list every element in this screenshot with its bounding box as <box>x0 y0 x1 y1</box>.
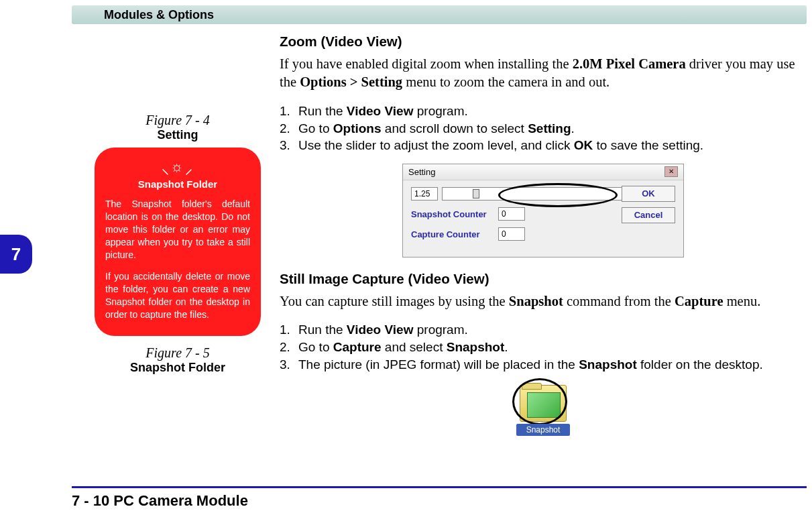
text: and scroll down to select <box>382 121 528 135</box>
text: folder on the desktop. <box>637 357 763 371</box>
figure-caption: Setting <box>87 128 268 142</box>
zoom-intro: If you have enabled digital zoom when in… <box>280 55 807 92</box>
text: . <box>504 340 508 354</box>
text: to save the setting. <box>593 138 703 152</box>
slider-thumb[interactable] <box>473 189 479 198</box>
zoom-heading: Zoom (Video View) <box>280 32 807 51</box>
snapshot-folder-icon: Snapshot <box>516 382 570 436</box>
text-bold: Options > Setting <box>300 74 402 89</box>
snapshot-counter-label: Snapshot Counter <box>411 209 498 221</box>
dialog-titlebar: Setting ✕ <box>403 164 683 181</box>
close-button[interactable]: ✕ <box>664 166 678 177</box>
dialog-title: Setting <box>408 166 664 178</box>
text: Go to <box>298 121 333 135</box>
warning-paragraph-2: If you accidentally delete or move the f… <box>105 270 250 321</box>
section-header: Modules & Options <box>72 5 807 24</box>
figure-label: Figure 7 - 4 <box>87 113 268 128</box>
side-column: Figure 7 - 4 Setting ⸜☼⸝ Snapshot Folder… <box>87 113 268 380</box>
figure-7-5-caption: Figure 7 - 5 Snapshot Folder <box>87 345 268 375</box>
folder-label: Snapshot <box>516 424 570 436</box>
figure-7-4-caption: Figure 7 - 4 Setting <box>87 113 268 142</box>
text: The picture (in JPEG format) will be pla… <box>298 357 579 371</box>
text-bold: OK <box>574 138 593 152</box>
zoom-value[interactable]: 1.25 <box>411 187 438 201</box>
text-bold: 2.0M Pixel Camera <box>573 56 686 71</box>
list-item: 2.Go to Options and scroll down to selec… <box>280 120 807 137</box>
text-bold: Video View <box>347 323 414 337</box>
main-content: Zoom (Video View) If you have enabled di… <box>280 32 807 436</box>
still-intro: You can capture still images by using th… <box>280 292 807 311</box>
text: Run the <box>298 104 347 118</box>
snapshot-counter-value[interactable]: 0 <box>498 207 525 221</box>
zoom-steps: 1.Run the Video View program. 2.Go to Op… <box>280 103 807 154</box>
text: Run the <box>298 323 347 337</box>
text-bold: Options <box>333 121 382 135</box>
still-heading: Still Image Capture (Video View) <box>280 270 807 288</box>
text-bold: Capture <box>333 340 382 354</box>
text-bold: Snapshot <box>579 357 637 371</box>
text: . <box>571 121 575 135</box>
text: and select <box>382 340 447 354</box>
text: Use the slider to adjust the zoom level,… <box>298 138 574 152</box>
text: command from the <box>563 294 675 308</box>
figure-caption: Snapshot Folder <box>87 361 268 375</box>
alert-icon: ⸜☼⸝ <box>105 160 250 174</box>
list-item: 2.Go to Capture and select Snapshot. <box>280 339 807 356</box>
header-title: Modules & Options <box>104 8 214 22</box>
ok-button[interactable]: OK <box>622 186 675 202</box>
warning-title: Snapshot Folder <box>105 178 250 190</box>
footer-text: 7 - 10 PC Camera Module <box>72 492 248 510</box>
warning-box: ⸜☼⸝ Snapshot Folder The Snapshot folder'… <box>95 148 261 336</box>
list-item: 3.Use the slider to adjust the zoom leve… <box>280 137 807 154</box>
text-bold: Snapshot <box>447 340 505 354</box>
text-bold: Setting <box>528 121 571 135</box>
still-steps: 1.Run the Video View program. 2.Go to Ca… <box>280 321 807 373</box>
text-bold: Snapshot <box>509 294 563 308</box>
text: If you have enabled digital zoom when in… <box>280 56 573 71</box>
text-bold: Capture <box>675 294 723 308</box>
list-item: 1.Run the Video View program. <box>280 103 807 120</box>
text-bold: Video View <box>347 104 414 118</box>
text: menu. <box>723 294 761 308</box>
capture-counter-value[interactable]: 0 <box>498 227 525 241</box>
cancel-button[interactable]: Cancel <box>622 207 675 223</box>
capture-counter-label: Capture Counter <box>411 229 498 241</box>
chapter-tab: 7 <box>0 235 32 274</box>
text: Go to <box>298 340 333 354</box>
text: You can capture still images by using th… <box>280 294 509 308</box>
list-item: 1.Run the Video View program. <box>280 321 807 339</box>
setting-dialog: Setting ✕ 1.25 Snapshot Counter 0 Captur… <box>402 164 684 258</box>
chapter-number: 7 <box>11 244 21 265</box>
text: program. <box>413 323 467 337</box>
text: program. <box>413 104 467 118</box>
warning-paragraph-1: The Snapshot folder's default location i… <box>105 198 250 261</box>
footer-divider <box>72 486 807 488</box>
text: menu to zoom the camera in and out. <box>402 74 610 89</box>
folder-icon <box>520 385 567 422</box>
list-item: 3.The picture (in JPEG format) will be p… <box>280 356 807 374</box>
figure-label: Figure 7 - 5 <box>87 345 268 361</box>
